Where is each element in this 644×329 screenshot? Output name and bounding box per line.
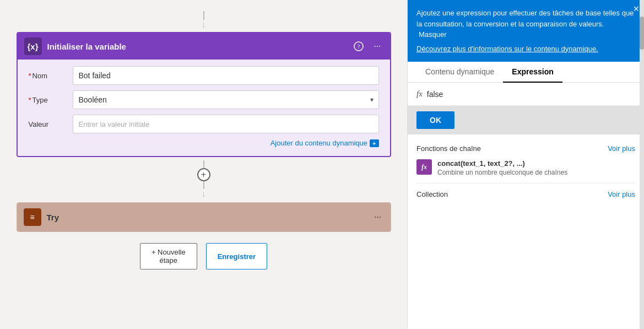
tab-expression[interactable]: Expression	[503, 62, 562, 83]
add-step-button[interactable]: +	[197, 168, 210, 181]
expression-input-row: fx	[416, 89, 635, 99]
down-arrow-2-icon: ↓	[202, 189, 206, 199]
function-concat-desc: Combine un nombre quelconque de chaînes	[437, 169, 635, 176]
nom-input[interactable]	[73, 66, 379, 85]
top-connector: ↓	[202, 11, 206, 30]
connector-line-top	[203, 160, 204, 168]
nom-field-row: *Nom	[29, 66, 379, 85]
info-box-close-button[interactable]: ✕	[633, 4, 640, 13]
new-step-button[interactable]: + Nouvelle étape	[140, 243, 197, 269]
section-header-chaine: Fonctions de chaîne Voir plus	[408, 140, 644, 155]
scrollbar-thumb	[640, 17, 644, 50]
expression-input[interactable]	[427, 90, 635, 99]
functions-area: Fonctions de chaîne Voir plus fx concat(…	[408, 134, 644, 329]
connector-line	[203, 11, 204, 20]
function-concat-info: concat(text_1, text_2?, ...) Combine un …	[437, 159, 635, 176]
voir-plus-chaine[interactable]: Voir plus	[608, 144, 635, 153]
dynamic-link-row: Ajouter du contenu dynamique +	[29, 139, 379, 147]
info-box-text: Ajoutez une expression pour effectuer de…	[416, 8, 635, 40]
panel-tabs: Contenu dynamique Expression	[408, 62, 644, 83]
section-divider	[416, 183, 635, 184]
card-try: ≡ Try ···	[17, 202, 391, 232]
canvas: ↓ {x} Initialiser la variable ? ···	[0, 0, 407, 329]
add-step-connector: + ↓	[197, 160, 210, 199]
info-box: ✕ Ajoutez une expression pour effectuer …	[408, 0, 644, 62]
section-header-collection: Collection Voir plus	[408, 186, 644, 201]
fx-icon: fx	[416, 89, 423, 99]
card-variable-body: *Nom *Type Booléen Entier Flottant Chaîn…	[18, 60, 390, 156]
save-button[interactable]: Enregistrer	[206, 243, 267, 269]
bottom-actions: + Nouvelle étape Enregistrer	[140, 243, 267, 269]
nom-label: *Nom	[29, 72, 73, 80]
function-concat-item[interactable]: fx concat(text_1, text_2?, ...) Combine …	[408, 155, 644, 181]
help-button[interactable]: ?	[351, 40, 366, 52]
card-variable: {x} Initialiser la variable ? ··· *Nom	[17, 32, 391, 157]
dynamic-link-badge: +	[370, 139, 378, 147]
right-panel: ✕ Ajoutez une expression pour effectuer …	[407, 0, 644, 329]
card-try-title: Try	[47, 213, 367, 222]
card-variable-title: Initialiser la variable	[47, 42, 347, 51]
variable-icon: {x}	[24, 37, 42, 55]
info-box-hide-label: Masquer	[419, 30, 447, 39]
function-concat-icon: fx	[416, 159, 432, 175]
type-field-row: *Type Booléen Entier Flottant Chaîne Tab…	[29, 90, 379, 109]
connector-line-bottom	[203, 181, 204, 189]
type-select[interactable]: Booléen Entier Flottant Chaîne Tableau O…	[73, 90, 379, 109]
try-more-options-button[interactable]: ···	[372, 211, 383, 223]
ok-area: OK	[408, 106, 644, 134]
try-icon: ≡	[24, 208, 41, 226]
section-title-collection: Collection	[416, 190, 448, 198]
more-options-button[interactable]: ···	[371, 40, 383, 52]
card-variable-actions: ? ···	[351, 40, 383, 52]
card-try-header: ≡ Try ···	[17, 203, 391, 231]
valeur-field-row: Valeur Entrer la valeur initiale	[29, 115, 379, 133]
tab-contenu-dynamique[interactable]: Contenu dynamique	[416, 62, 503, 83]
type-label: *Type	[29, 96, 73, 104]
type-required-star: *	[29, 96, 31, 104]
dynamic-content-link[interactable]: Ajouter du contenu dynamique +	[270, 139, 379, 147]
type-select-wrapper: Booléen Entier Flottant Chaîne Tableau O…	[73, 90, 379, 109]
function-concat-name: concat(text_1, text_2?, ...)	[437, 159, 635, 168]
info-box-dynamic-link[interactable]: Découvrez plus d'informations sur le con…	[416, 45, 598, 53]
scrollbar[interactable]	[640, 0, 644, 329]
down-arrow-icon: ↓	[202, 20, 206, 30]
expression-area: fx	[408, 83, 644, 106]
valeur-label: Valeur	[29, 120, 73, 128]
nom-required-star: *	[29, 72, 31, 80]
svg-text:?: ?	[358, 43, 360, 50]
section-title-chaine: Fonctions de chaîne	[416, 144, 481, 153]
card-variable-header: {x} Initialiser la variable ? ···	[18, 33, 390, 60]
valeur-input[interactable]: Entrer la valeur initiale	[73, 115, 379, 133]
ok-button[interactable]: OK	[416, 111, 454, 129]
voir-plus-collection[interactable]: Voir plus	[608, 190, 635, 198]
